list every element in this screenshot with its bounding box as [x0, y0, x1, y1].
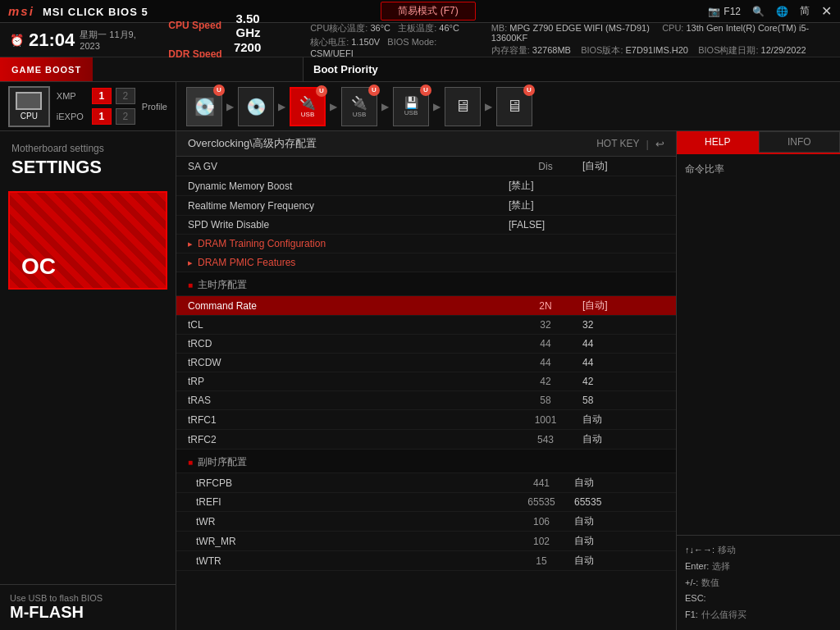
rmf-name: Realtime Memory Frequency: [188, 200, 509, 212]
setting-row-twr[interactable]: tWR 106 自动: [176, 512, 676, 532]
trfcpb-v1: 441: [509, 477, 574, 489]
iexpo-btn-1[interactable]: 1: [92, 108, 112, 125]
profile-section: Profile: [142, 102, 167, 112]
twtr-name: tWTR: [196, 555, 509, 567]
boot-device-7[interactable]: 🖥 U: [496, 87, 532, 126]
camera-icon: 📷: [708, 6, 720, 17]
twtr-v1: 15: [509, 555, 574, 567]
twr-name: tWR: [196, 516, 509, 527]
boot-arrow-1: ▶: [226, 101, 234, 112]
info-tab[interactable]: INFO: [759, 131, 841, 153]
back-icon[interactable]: ↩: [655, 138, 664, 150]
boot-device-2[interactable]: 💿: [238, 87, 274, 126]
screenshot-button[interactable]: 📷 F12: [708, 6, 741, 17]
setting-row-trefi[interactable]: tREFI 65535 65535: [176, 493, 676, 512]
setting-row-tras[interactable]: tRAS 58 58: [176, 391, 676, 410]
trcd-name: tRCD: [188, 338, 509, 349]
setting-row-trcdw[interactable]: tRCDW 44 44: [176, 354, 676, 372]
profile-label: Profile: [142, 102, 167, 112]
help-tab[interactable]: HELP: [677, 131, 759, 153]
help-keybinds: ↑↓←→:移动 Enter:选择 +/-:数值 ESC: F1:什么值得买: [677, 535, 840, 630]
rmf-v2: [禁止]: [509, 199, 664, 212]
trfc2-v2: 自动: [582, 432, 664, 446]
weekday-value: 星期一 11月9, 2023: [80, 29, 152, 51]
settings-title-small: Motherboard settings: [11, 143, 164, 154]
cpu-speed-value: 3.50 GHz: [235, 11, 287, 39]
setting-row-rmf[interactable]: Realtime Memory Frequency [禁止]: [176, 196, 676, 216]
close-button[interactable]: ✕: [821, 3, 832, 19]
setting-row-trfc2[interactable]: tRFC2 543 自动: [176, 430, 676, 450]
setting-row-dpf[interactable]: ▸ DRAM PMIC Features: [176, 253, 676, 272]
xmp-profile-section: XMP 1 2 iEXPO 1 2: [57, 88, 135, 125]
trcdw-v1: 44: [509, 357, 582, 368]
trefi-name: tREFI: [196, 496, 509, 508]
time-value: 21:04: [29, 30, 75, 51]
tras-v2: 58: [582, 395, 664, 406]
trp-v1: 42: [509, 376, 582, 387]
setting-row-dmb[interactable]: Dynamic Memory Boost [禁止]: [176, 176, 676, 196]
help-panel: HELP INFO 命令比率 ↑↓←→:移动 Enter:选择 +/-:数值 E…: [676, 131, 840, 630]
oc-path: Overclocking\高级内存配置: [188, 136, 317, 151]
expand-arrow-2: ▸: [188, 258, 193, 268]
xmp-btn-1[interactable]: 1: [92, 88, 112, 104]
cpu-section: CPU XMP 1 2 iEXPO 1 2 Profile: [0, 82, 176, 131]
trefi-v1: 65535: [509, 496, 574, 508]
trcdw-v2: 44: [582, 357, 664, 368]
mflash-section[interactable]: Use USB to flash BIOS M-FLASH: [0, 584, 176, 630]
setting-row-dtc[interactable]: ▸ DRAM Training Configuration: [176, 235, 676, 253]
setting-row-trcd[interactable]: tRCD 44 44: [176, 335, 676, 354]
trcd-v1: 44: [509, 338, 582, 349]
boot-device-4[interactable]: 🔌 USB U: [341, 87, 377, 126]
setting-row-tcl[interactable]: tCL 32 32: [176, 316, 676, 335]
cpu-icon-box[interactable]: CPU: [8, 86, 50, 127]
setting-row-cr[interactable]: Command Rate 2N [自动]: [176, 296, 676, 316]
dmb-v2: [禁止]: [509, 179, 664, 193]
setting-row-trfc1[interactable]: tRFC1 1001 自动: [176, 410, 676, 430]
xmp-row: XMP 1 2: [57, 88, 135, 104]
setting-row-spd[interactable]: SPD Write Disable [FALSE]: [176, 216, 676, 235]
oc-button[interactable]: OC: [8, 191, 167, 290]
settings-section: Motherboard settings SETTINGS: [0, 131, 176, 186]
oc-panel: Overclocking\高级内存配置 HOT KEY | ↩ SA GV Di…: [176, 131, 676, 630]
tcl-v1: 32: [509, 319, 582, 331]
setting-row-trp[interactable]: tRP 42 42: [176, 372, 676, 391]
trfcpb-name: tRFCPB: [196, 477, 509, 489]
spd-name: SPD Write Disable: [188, 219, 509, 231]
boot-device-5[interactable]: 💾 USB U: [393, 87, 429, 126]
search-button[interactable]: 🔍: [752, 6, 765, 17]
gameboost-label[interactable]: GAME BOOST: [0, 57, 93, 81]
boot-device-6[interactable]: 🖥: [445, 87, 481, 126]
boot-arrow-6: ▶: [485, 101, 492, 112]
oc-header: Overclocking\高级内存配置 HOT KEY | ↩: [176, 131, 676, 157]
oc-settings-list[interactable]: SA GV Dis [自动] Dynamic Memory Boost [禁止]…: [176, 157, 676, 630]
xmp-label: XMP: [57, 91, 88, 101]
spd-v2: [FALSE]: [509, 219, 664, 231]
boot-arrow-4: ▶: [381, 101, 389, 112]
help-tabs: HELP INFO: [677, 131, 840, 154]
boot-priority-label: Boot Priority: [313, 63, 378, 75]
trfc1-v1: 1001: [509, 414, 582, 426]
language-button[interactable]: 🌐: [776, 6, 788, 17]
setting-row-twr-mr[interactable]: tWR_MR 102 自动: [176, 532, 676, 551]
section-icon-1: ■: [188, 281, 193, 290]
boot-device-1[interactable]: 💽 U: [186, 87, 222, 126]
cr-v1: 2N: [509, 300, 582, 312]
simple-mode-button[interactable]: 简易模式 (F7): [381, 2, 475, 21]
setting-row-twtr[interactable]: tWTR 15 自动: [176, 551, 676, 571]
iexpo-btn-2[interactable]: 2: [116, 108, 135, 125]
xmp-btn-2[interactable]: 2: [116, 88, 135, 104]
cr-v2: [自动]: [582, 299, 664, 313]
boot-arrow-3: ▶: [330, 101, 337, 112]
boot-priority-section: Boot Priority: [304, 57, 840, 82]
oc-label: OC: [21, 253, 56, 280]
logo: msi MSI CLICK BIOS 5: [8, 4, 148, 18]
sa-gv-v2: [自动]: [582, 159, 664, 173]
hotkey-label[interactable]: HOT KEY: [596, 138, 639, 149]
setting-row-trfcpb[interactable]: tRFCPB 441 自动: [176, 473, 676, 493]
boot-devices: 💽 U ▶ 💿 ▶ 🔌 USB U ▶ 🔌 USB U ▶: [176, 82, 840, 131]
boot-device-3[interactable]: 🔌 USB U: [290, 87, 326, 126]
time-display: ⏰ 21:04 星期一 11月9, 2023: [10, 29, 152, 51]
iexpo-label: iEXPO: [57, 112, 88, 121]
setting-row-sa-gv[interactable]: SA GV Dis [自动]: [176, 157, 676, 176]
key-enter: Enter:: [685, 559, 709, 575]
